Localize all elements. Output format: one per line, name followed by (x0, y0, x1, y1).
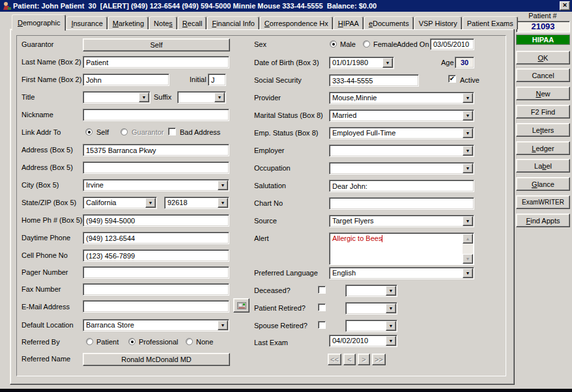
referred-none-radio[interactable] (186, 338, 193, 345)
tab-label: eDocuments (369, 20, 409, 27)
city-select[interactable]: Irvine▼ (83, 179, 229, 191)
last-name-input[interactable] (83, 56, 229, 68)
nav-first-button[interactable]: << (328, 354, 341, 365)
tab-correspondence-hx[interactable]: Correspondence Hx (260, 16, 333, 29)
last-exam-select[interactable]: 04/02/2010▼ (329, 335, 397, 347)
pager-input[interactable] (83, 266, 229, 279)
tab-patient-exams[interactable]: Patient Exams (463, 16, 518, 29)
examwriter-button[interactable]: ExamWRITER (516, 195, 570, 209)
ledger-button[interactable]: Ledger (516, 141, 570, 155)
link-self-label: Self (96, 128, 109, 136)
tab-marketing[interactable]: Marketing (108, 16, 149, 29)
active-checkbox[interactable]: ✔ (448, 75, 456, 83)
letters-button[interactable]: Letters (516, 123, 570, 137)
initial-input[interactable] (208, 74, 226, 86)
chevron-down-icon[interactable]: ▼ (463, 268, 473, 278)
female-radio[interactable] (363, 40, 370, 48)
salutation-input[interactable] (329, 180, 474, 192)
tab-recall[interactable]: Recall (178, 16, 207, 29)
chevron-down-icon[interactable]: ▼ (386, 321, 396, 331)
tab-hipaa[interactable]: HIPAA (334, 16, 364, 29)
tab-label: Insurance (71, 20, 102, 27)
chevron-down-icon[interactable]: ▼ (218, 320, 228, 330)
address1-input[interactable] (83, 144, 229, 156)
chevron-down-icon[interactable]: ▼ (463, 93, 473, 103)
referred-name-button[interactable]: Ronald McDonald MD (83, 353, 230, 366)
first-name-input[interactable] (83, 74, 169, 86)
referred-professional-radio[interactable] (128, 338, 136, 345)
chevron-down-icon[interactable]: ▼ (463, 163, 473, 173)
f2-find-button[interactable]: F2 Find (516, 105, 570, 119)
chevron-down-icon[interactable]: ▼ (463, 216, 473, 226)
chart-no-input[interactable] (329, 197, 474, 210)
tab-vsp-history[interactable]: VSP History (414, 16, 462, 29)
guarantor-label: Guarantor (21, 40, 54, 48)
tab-financial-info[interactable]: Financial Info (207, 16, 259, 29)
referred-patient-radio[interactable] (86, 338, 93, 345)
chevron-down-icon[interactable]: ▼ (218, 198, 228, 208)
patient-retired-date-select[interactable]: ▼ (345, 302, 397, 315)
title-select[interactable]: ▼ (83, 91, 150, 104)
state-select[interactable]: California▼ (83, 197, 157, 209)
new-button[interactable]: New (516, 87, 570, 100)
chevron-down-icon[interactable]: ▼ (386, 336, 396, 346)
ok-button[interactable]: OK (516, 51, 570, 64)
guarantor-button[interactable]: Self (83, 38, 230, 51)
spouse-retired-date-select[interactable]: ▼ (345, 320, 397, 332)
chevron-down-icon[interactable]: ▼ (463, 146, 473, 156)
emp-status-select[interactable]: Employed Full-Time▼ (329, 127, 474, 139)
nickname-input[interactable] (83, 109, 229, 121)
address2-input[interactable] (83, 161, 229, 174)
nav-next-button[interactable]: > (358, 354, 370, 365)
alert-textarea[interactable]: Allergic to Bees ▲ ▼ (329, 232, 474, 265)
email-input[interactable] (83, 300, 229, 313)
label-button[interactable]: Label (516, 159, 570, 173)
scroll-up-icon[interactable]: ▲ (463, 234, 473, 244)
provider-select[interactable]: Mouse,Minnie▼ (329, 92, 474, 104)
chevron-down-icon[interactable]: ▼ (386, 303, 396, 313)
fax-input[interactable] (83, 283, 229, 296)
preferred-language-select[interactable]: English▼ (329, 267, 474, 279)
marital-status-select[interactable]: Married▼ (329, 109, 474, 122)
close-button[interactable]: ✕ (560, 1, 570, 10)
nav-last-button[interactable]: >> (372, 354, 386, 365)
cell-phone-input[interactable] (83, 249, 229, 262)
chevron-down-icon[interactable]: ▼ (382, 58, 393, 68)
deceased-date-select[interactable]: ▼ (345, 285, 397, 297)
chevron-down-icon[interactable]: ▼ (463, 111, 473, 120)
tab-notes[interactable]: Notes (149, 16, 177, 29)
chevron-down-icon[interactable]: ▼ (145, 198, 156, 208)
home-phone-input[interactable] (83, 214, 229, 227)
scroll-down-icon[interactable]: ▼ (463, 254, 473, 264)
spouse-retired-checkbox[interactable] (318, 321, 326, 329)
ssn-input[interactable] (329, 74, 419, 87)
chevron-down-icon[interactable]: ▼ (463, 128, 473, 138)
zip-select[interactable]: 92618▼ (164, 197, 229, 209)
chevron-down-icon[interactable]: ▼ (214, 92, 225, 102)
bad-address-checkbox[interactable] (168, 128, 176, 135)
male-radio[interactable] (330, 40, 337, 48)
find-appts-button[interactable]: Find Appts (516, 214, 570, 227)
tab-edocuments[interactable]: eDocuments (364, 16, 414, 29)
suffix-select[interactable]: ▼ (177, 91, 226, 104)
tab-insurance[interactable]: Insurance (66, 16, 107, 29)
default-location-select[interactable]: Barranca Store▼ (83, 319, 229, 331)
alert-scrollbar[interactable]: ▲ ▼ (463, 234, 473, 264)
glance-button[interactable]: Glance (516, 177, 570, 191)
source-select[interactable]: Target Flyers▼ (329, 215, 474, 227)
daytime-phone-input[interactable] (83, 232, 229, 244)
employer-select[interactable]: ▼ (329, 145, 474, 157)
daytime-phone-label: Daytime Phone (21, 234, 70, 242)
chevron-down-icon[interactable]: ▼ (386, 286, 396, 296)
occupation-select[interactable]: ▼ (329, 162, 474, 175)
send-email-button[interactable] (233, 298, 250, 313)
chevron-down-icon[interactable]: ▼ (139, 92, 149, 102)
chevron-down-icon[interactable]: ▼ (218, 180, 228, 190)
cancel-button[interactable]: Cancel (516, 68, 570, 82)
nav-prev-button[interactable]: < (343, 354, 356, 365)
link-self-radio[interactable] (85, 128, 93, 135)
deceased-checkbox[interactable] (318, 286, 326, 294)
dob-select[interactable]: 01/01/1980▼ (329, 57, 394, 69)
tab-demographic[interactable]: Demographic (12, 14, 66, 31)
patient-retired-checkbox[interactable] (318, 303, 326, 311)
